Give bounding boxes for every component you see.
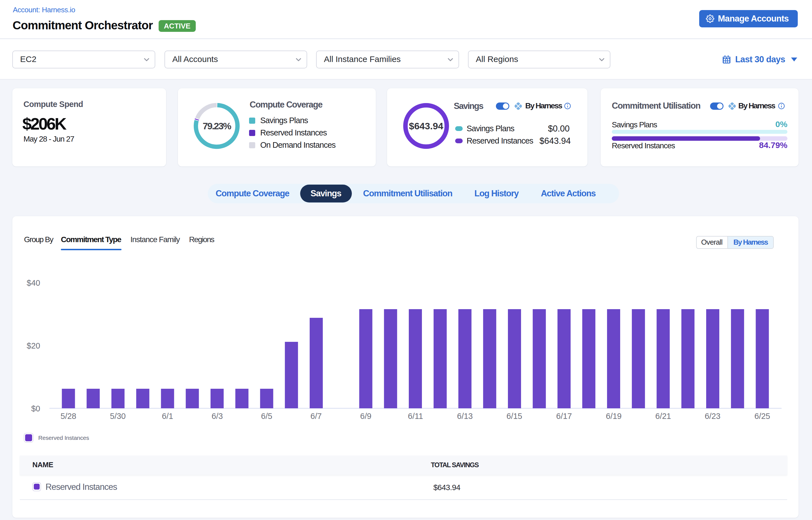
svg-text:6/15: 6/15 [506,412,522,421]
svg-text:6/7: 6/7 [311,412,322,421]
svg-text:6/9: 6/9 [360,412,371,421]
svg-text:5/28: 5/28 [60,412,76,421]
svg-text:6/5: 6/5 [261,412,272,421]
svg-text:$20: $20 [27,341,40,350]
svg-text:6/23: 6/23 [705,412,721,421]
svg-text:6/19: 6/19 [606,412,622,421]
svg-text:$0: $0 [31,404,40,413]
svg-text:6/13: 6/13 [457,412,473,421]
svg-text:6/11: 6/11 [408,412,423,421]
svg-text:6/25: 6/25 [755,412,770,421]
svg-text:6/1: 6/1 [162,412,173,421]
svg-text:6/17: 6/17 [556,412,572,421]
svg-text:6/3: 6/3 [212,412,223,421]
svg-text:5/30: 5/30 [110,412,126,421]
svg-text:$40: $40 [27,279,40,287]
svg-text:6/21: 6/21 [655,412,671,421]
